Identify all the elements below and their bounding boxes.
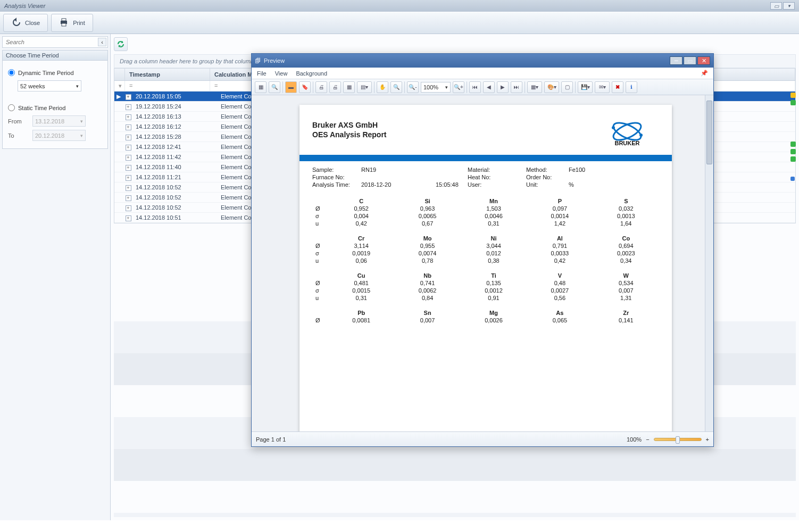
expand-icon[interactable]: +	[126, 114, 131, 120]
weeks-select[interactable]: 52 weeks ▾	[18, 80, 81, 92]
expand-icon[interactable]: +	[126, 195, 131, 201]
meta-label: Material:	[468, 167, 526, 173]
background-dropdown[interactable]: 🎨▾	[544, 81, 559, 93]
meta-label: Analysis Time:	[312, 181, 361, 188]
print-icon[interactable]: 🖨	[315, 81, 327, 93]
time-period-panel: Dynamic Time Period 52 weeks ▾ Static Ti…	[2, 61, 108, 149]
filter-icon[interactable]: ▾	[114, 81, 125, 91]
expand-icon[interactable]: +	[126, 215, 131, 221]
from-label: From	[8, 118, 27, 124]
expand-icon[interactable]: +	[126, 165, 131, 171]
svg-rect-2	[62, 23, 66, 26]
thumbnails-icon[interactable]: ▦	[255, 81, 267, 93]
magnifier-icon[interactable]: 🔍	[390, 81, 402, 93]
zoom-minus-icon[interactable]: −	[646, 436, 649, 443]
meta-value: %	[569, 181, 601, 188]
expand-icon[interactable]: +	[126, 185, 131, 191]
marker-icon	[790, 100, 796, 105]
col-timestamp[interactable]: Timestamp	[125, 69, 210, 80]
expand-icon[interactable]: +	[126, 145, 131, 151]
cell-timestamp: 14.12.2018 10:52	[134, 182, 219, 192]
preview-statusbar: Page 1 of 1 100% − +	[252, 431, 713, 446]
next-page-icon[interactable]: ▶	[497, 81, 509, 93]
close-button[interactable]: Close	[3, 14, 48, 32]
dynamic-radio[interactable]	[8, 69, 15, 76]
scroll-thumb[interactable]	[706, 101, 712, 164]
bookmark-icon[interactable]: 🔖	[299, 81, 311, 93]
from-value: 13.12.2018	[35, 118, 64, 124]
meta-value	[361, 174, 436, 180]
pagesetup-icon[interactable]: ▦	[343, 81, 355, 93]
print-label: Print	[73, 20, 85, 26]
menu-background[interactable]: Background	[296, 70, 327, 77]
cell-timestamp: 14.12.2018 10:51	[134, 213, 219, 222]
menu-view[interactable]: View	[275, 70, 288, 77]
first-page-icon[interactable]: ⏮	[469, 81, 481, 93]
close-preview-icon[interactable]: ✖	[612, 81, 623, 93]
cell-timestamp: 14.12.2018 11:21	[134, 172, 219, 182]
maximize-icon[interactable]: ▭	[684, 56, 696, 65]
blue-divider	[299, 155, 672, 161]
refresh-button[interactable]	[114, 37, 128, 51]
slider-knob[interactable]	[676, 436, 680, 444]
print-button[interactable]: Print	[51, 14, 93, 32]
expand-icon[interactable]: +	[126, 104, 131, 110]
send-dropdown[interactable]: ✉▾	[595, 81, 610, 93]
preview-icon: 🗐	[255, 57, 261, 64]
search-clear-icon[interactable]: ‹	[98, 38, 106, 46]
from-date[interactable]: 13.12.2018▾	[32, 115, 86, 127]
search-input[interactable]	[2, 36, 108, 48]
status-page: Page 1 of 1	[256, 436, 286, 443]
bruker-logo: BRUKER	[595, 121, 659, 147]
marker-icon	[790, 156, 796, 162]
report-meta: Sample: RN19 Material: Method: Fe100 Fur…	[312, 167, 659, 188]
zoomin-icon[interactable]: 🔍+	[453, 81, 464, 93]
search-icon[interactable]: 🔍	[269, 81, 280, 93]
marker-icon	[790, 149, 796, 154]
meta-value: Fe100	[569, 167, 601, 173]
watermark-icon[interactable]: ▢	[561, 81, 573, 93]
report-page: Bruker AXS GmbH OES Analysis Report BRUK…	[299, 105, 672, 431]
info-icon[interactable]: ℹ	[626, 81, 637, 93]
restore-icon[interactable]: ▭	[770, 2, 782, 10]
hand-icon[interactable]: ✋	[377, 81, 388, 93]
multipage-dropdown[interactable]: ▦▾	[527, 81, 542, 93]
zoom-select[interactable]: 100%▾	[421, 82, 451, 93]
zoomout-icon[interactable]: 🔍-	[407, 81, 419, 93]
meta-label: Furnace No:	[312, 174, 361, 180]
quickprint-icon[interactable]: 🖨	[329, 81, 341, 93]
expand-icon[interactable]: +	[126, 175, 131, 181]
meta-label: Heat No:	[468, 174, 526, 180]
filter-timestamp[interactable]: =	[125, 81, 210, 91]
cell-timestamp: 14.12.2018 12:41	[134, 142, 219, 152]
meta-label: Unit:	[526, 181, 569, 188]
svg-text:BRUKER: BRUKER	[614, 140, 639, 146]
expand-icon[interactable]: +	[126, 205, 131, 211]
export-dropdown[interactable]: 💾▾	[578, 81, 593, 93]
minimize-icon[interactable]: ━	[670, 56, 683, 65]
menu-pin-icon[interactable]: 📌	[701, 70, 708, 77]
to-date[interactable]: 20.12.2018▾	[32, 130, 86, 141]
chevron-down-icon: ▾	[80, 119, 83, 124]
close-icon[interactable]: ✕	[697, 56, 710, 65]
highlight-icon[interactable]: ▬	[285, 81, 297, 93]
preview-scrollbar[interactable]	[705, 95, 713, 431]
cell-timestamp: 14.12.2018 10:52	[134, 203, 219, 212]
menu-file[interactable]: File	[257, 70, 267, 77]
expand-icon[interactable]: +	[126, 94, 131, 100]
meta-label: Sample:	[312, 167, 361, 173]
scale-dropdown[interactable]: ▤▾	[357, 81, 372, 93]
meta-label: Order No:	[526, 174, 569, 180]
zoom-plus-icon[interactable]: +	[706, 436, 709, 443]
static-label: Static Time Period	[18, 105, 65, 111]
expand-icon[interactable]: +	[126, 135, 131, 140]
last-page-icon[interactable]: ⏭	[511, 81, 522, 93]
zoom-slider[interactable]	[654, 438, 702, 441]
expand-icon[interactable]: +	[126, 155, 131, 161]
prev-page-icon[interactable]: ◀	[483, 81, 495, 93]
expand-icon[interactable]: +	[126, 124, 131, 130]
close-icon[interactable]: ▾	[783, 2, 795, 10]
svg-point-6	[639, 134, 643, 137]
static-radio[interactable]	[8, 104, 15, 111]
preview-titlebar[interactable]: 🗐 Preview ━ ▭ ✕	[252, 54, 713, 68]
